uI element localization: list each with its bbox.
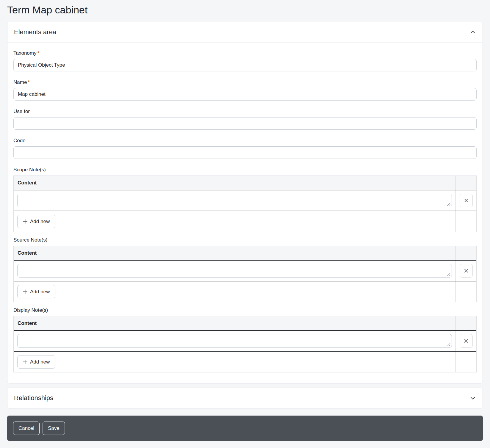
table-row: [14, 260, 476, 281]
display-notes-table: Content: [13, 316, 477, 372]
close-icon: [464, 268, 469, 273]
scope-notes-table: Content: [13, 176, 477, 232]
scope-notes-group: Scope Note(s) Content: [13, 167, 477, 232]
elements-area-header[interactable]: Elements area: [7, 22, 483, 43]
table-footer-row: Add new: [14, 211, 476, 232]
relationships-title: Relationships: [14, 394, 53, 402]
table-header-row: Content: [14, 176, 476, 190]
use-for-label: Use for: [13, 108, 477, 115]
save-button[interactable]: Save: [43, 422, 65, 435]
elements-area-title: Elements area: [14, 28, 56, 36]
name-field-group: Name*: [13, 79, 477, 101]
delete-row-button[interactable]: [460, 194, 473, 207]
add-new-label: Add new: [30, 358, 50, 365]
cancel-button[interactable]: Cancel: [13, 422, 40, 435]
elements-area-body: Taxonomy* Name* Use for Code Scope Note(…: [7, 43, 483, 383]
add-new-button[interactable]: Add new: [17, 215, 55, 228]
required-marker: *: [37, 50, 39, 56]
table-header-row: Content: [14, 246, 476, 260]
table-row: [14, 190, 476, 211]
source-note-content-textarea[interactable]: [17, 264, 452, 278]
actions-column-footer: [455, 211, 476, 232]
table-header-row: Content: [14, 316, 476, 330]
delete-row-button[interactable]: [460, 264, 473, 278]
code-label: Code: [13, 137, 477, 144]
chevron-up-icon[interactable]: [469, 29, 476, 35]
table-footer-row: Add new: [14, 351, 476, 372]
actions-column-header: [455, 246, 476, 260]
taxonomy-label-text: Taxonomy: [13, 50, 36, 56]
actions-column-header: [455, 316, 476, 330]
table-row: [14, 330, 476, 351]
elements-area-card: Elements area Taxonomy* Name* Use for Co…: [7, 22, 483, 383]
close-icon: [464, 198, 469, 203]
name-label-text: Name: [13, 79, 27, 85]
relationships-card: Relationships: [7, 388, 483, 408]
table-footer-row: Add new: [14, 281, 476, 302]
source-notes-table: Content: [13, 246, 477, 302]
page-title: Term Map cabinet: [7, 4, 483, 16]
code-field-group: Code: [13, 137, 477, 159]
required-marker: *: [28, 79, 30, 85]
scope-notes-label: Scope Note(s): [13, 167, 477, 173]
code-input[interactable]: [13, 146, 477, 159]
scope-note-content-textarea[interactable]: [17, 194, 452, 207]
content-column-header: Content: [14, 176, 455, 190]
source-notes-label: Source Note(s): [13, 237, 477, 243]
use-for-input[interactable]: [13, 117, 477, 130]
content-column-header: Content: [14, 246, 455, 260]
taxonomy-field-group: Taxonomy*: [13, 50, 477, 71]
plus-icon: [23, 219, 27, 224]
display-note-content-textarea[interactable]: [17, 334, 452, 348]
taxonomy-label: Taxonomy*: [13, 50, 477, 57]
actions-column-header: [455, 176, 476, 190]
name-label: Name*: [13, 79, 477, 86]
display-notes-group: Display Note(s) Content: [13, 307, 477, 372]
plus-icon: [23, 360, 27, 364]
taxonomy-input[interactable]: [13, 59, 477, 71]
add-new-button[interactable]: Add new: [17, 285, 55, 298]
source-notes-group: Source Note(s) Content: [13, 237, 477, 302]
delete-row-button[interactable]: [460, 334, 473, 348]
relationships-header[interactable]: Relationships: [7, 388, 483, 408]
plus-icon: [23, 289, 27, 294]
add-new-button[interactable]: Add new: [17, 355, 55, 369]
close-icon: [464, 339, 469, 343]
actions-column-footer: [455, 281, 476, 302]
use-for-field-group: Use for: [13, 108, 477, 130]
name-input[interactable]: [13, 88, 477, 101]
add-new-label: Add new: [30, 218, 50, 225]
actions-column-footer: [455, 352, 476, 372]
add-new-label: Add new: [30, 288, 50, 295]
action-bar: Cancel Save: [7, 416, 483, 441]
chevron-down-icon[interactable]: [469, 395, 476, 401]
display-notes-label: Display Note(s): [13, 307, 477, 314]
content-column-header: Content: [14, 316, 455, 330]
